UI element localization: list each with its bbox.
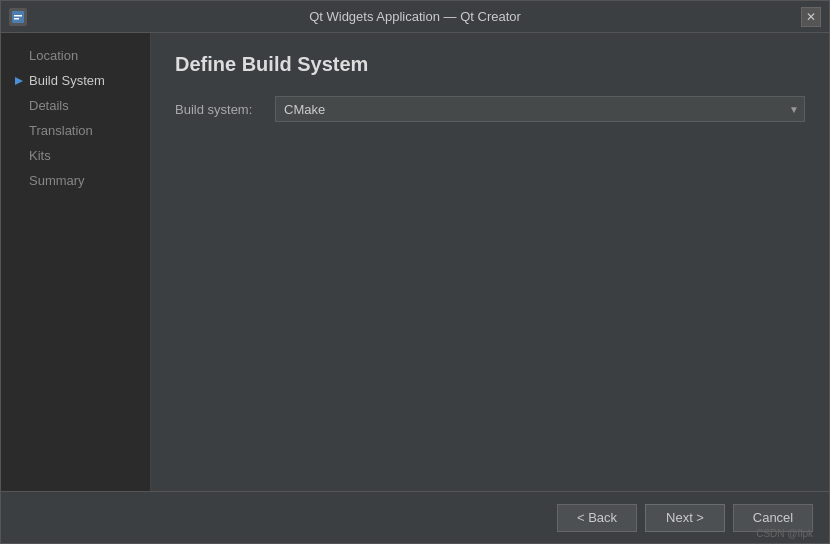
sidebar-item-build-system[interactable]: Build System <box>1 68 150 93</box>
svg-marker-3 <box>15 77 23 85</box>
app-icon <box>9 8 27 26</box>
build-system-select-wrapper: CMake qmake Qbs ▼ <box>275 96 805 122</box>
placeholder-icon-3 <box>13 125 25 137</box>
back-button[interactable]: < Back <box>557 504 637 532</box>
sidebar-label-summary: Summary <box>29 173 85 188</box>
sidebar-item-details[interactable]: Details <box>1 93 150 118</box>
sidebar-item-summary[interactable]: Summary <box>1 168 150 193</box>
sidebar-item-translation[interactable]: Translation <box>1 118 150 143</box>
sidebar-label-details: Details <box>29 98 69 113</box>
next-button[interactable]: Next > <box>645 504 725 532</box>
placeholder-icon-2 <box>13 100 25 112</box>
footer: < Back Next > Cancel CSDN @flpk <box>1 491 829 543</box>
svg-rect-1 <box>14 15 22 17</box>
build-system-select[interactable]: CMake qmake Qbs <box>275 96 805 122</box>
sidebar-label-kits: Kits <box>29 148 51 163</box>
placeholder-icon-5 <box>13 175 25 187</box>
placeholder-icon-4 <box>13 150 25 162</box>
main-panel: Define Build System Build system: CMake … <box>151 33 829 491</box>
build-system-label: Build system: <box>175 102 275 117</box>
content-spacer <box>175 134 805 471</box>
svg-rect-2 <box>14 18 19 20</box>
close-button[interactable]: ✕ <box>801 7 821 27</box>
titlebar: Qt Widgets Application — Qt Creator ✕ <box>1 1 829 33</box>
page-title: Define Build System <box>175 53 805 76</box>
sidebar-label-translation: Translation <box>29 123 93 138</box>
placeholder-icon <box>13 50 25 62</box>
arrow-right-icon <box>13 75 25 87</box>
sidebar-label-location: Location <box>29 48 78 63</box>
main-window: Qt Widgets Application — Qt Creator ✕ Lo… <box>0 0 830 544</box>
svg-rect-0 <box>12 11 24 23</box>
sidebar-item-kits[interactable]: Kits <box>1 143 150 168</box>
build-system-row: Build system: CMake qmake Qbs ▼ <box>175 96 805 122</box>
sidebar-label-build-system: Build System <box>29 73 105 88</box>
sidebar-item-location[interactable]: Location <box>1 43 150 68</box>
sidebar: Location Build System Details Translatio… <box>1 33 151 491</box>
titlebar-left <box>9 8 27 26</box>
window-title: Qt Widgets Application — Qt Creator <box>0 9 830 24</box>
content-area: Location Build System Details Translatio… <box>1 33 829 491</box>
footer-credit: CSDN @flpk <box>756 528 813 539</box>
